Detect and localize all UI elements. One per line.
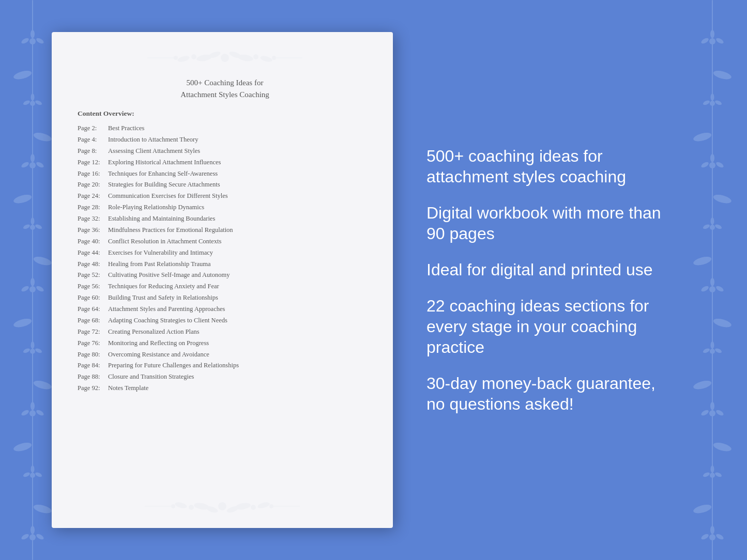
svg-point-109	[251, 505, 256, 510]
right-point-5: 30-day money-back guarantee, no question…	[426, 373, 675, 414]
svg-point-8	[31, 94, 35, 101]
table-of-contents-item: Page 44:Exercises for Vulnerability and …	[78, 247, 372, 259]
svg-point-3	[35, 37, 44, 45]
svg-point-61	[711, 217, 714, 225]
svg-point-74	[710, 473, 715, 478]
table-of-contents-item: Page 92:Notes Template	[78, 383, 372, 394]
svg-point-33	[29, 534, 36, 540]
table-of-contents-item: Page 4:Introduction to Attachment Theory	[78, 134, 372, 146]
svg-point-86	[712, 317, 732, 329]
svg-point-22	[23, 348, 31, 354]
toc-page-number: Page 92:	[78, 383, 106, 394]
toc-page-number: Page 60:	[78, 292, 106, 304]
toc-item-text: Building Trust and Safety in Relationshi…	[108, 292, 218, 304]
svg-point-81	[710, 526, 714, 534]
table-of-contents-item: Page 88:Closure and Transition Strategie…	[78, 371, 372, 383]
svg-point-78	[709, 534, 715, 540]
toc-item-text: Conflict Resolution in Attachment Contex…	[108, 236, 221, 247]
toc-item-text: Assessing Client Attachment Styles	[108, 146, 200, 157]
svg-point-66	[710, 349, 715, 354]
svg-point-5	[30, 101, 35, 106]
toc-item-text: Exercises for Vulnerability and Intimacy	[108, 247, 213, 259]
toc-page-number: Page 32:	[78, 213, 106, 225]
toc-page-number: Page 72:	[78, 326, 106, 338]
svg-point-67	[703, 348, 711, 354]
svg-point-21	[30, 349, 35, 354]
svg-point-12	[31, 154, 35, 162]
toc-item-text: Overcoming Resistance and Avoidance	[108, 349, 209, 361]
svg-point-17	[29, 286, 36, 292]
toc-item-text: Strategies for Building Secure Attachmen…	[108, 179, 220, 191]
toc-item-text: Introduction to Attachment Theory	[108, 134, 198, 146]
toc-page-number: Page 64:	[78, 304, 106, 315]
table-of-contents-item: Page 68:Adapting Coaching Strategies to …	[78, 315, 372, 326]
svg-point-70	[709, 410, 715, 416]
toc-page-number: Page 28:	[78, 202, 106, 213]
svg-point-83	[692, 131, 712, 143]
right-point-4: 22 coaching ideas sections for every sta…	[426, 295, 675, 357]
svg-point-19	[35, 285, 44, 293]
svg-point-23	[35, 348, 43, 354]
svg-point-87	[692, 379, 712, 391]
svg-point-55	[700, 161, 710, 169]
svg-point-39	[12, 193, 32, 205]
right-point-2: Digital workbook with more than 90 pages	[426, 203, 675, 244]
svg-point-40	[33, 255, 52, 267]
svg-point-27	[35, 409, 44, 417]
table-of-contents-item: Page 16:Techniques for Enhancing Self-Aw…	[78, 168, 372, 180]
svg-point-58	[710, 225, 715, 230]
right-panel: 500+ coaching ideas for attachment style…	[426, 146, 675, 414]
svg-point-59	[703, 224, 711, 230]
toc-item-text: Monitoring and Reflecting on Progress	[108, 338, 209, 349]
svg-point-51	[703, 100, 711, 106]
svg-point-95	[191, 54, 196, 59]
toc-page-number: Page 84:	[78, 360, 106, 371]
svg-point-103	[218, 502, 226, 510]
table-of-contents-item: Page 64:Attachment Styles and Parenting …	[78, 304, 372, 315]
right-point-1: 500+ coaching ideas for attachment style…	[426, 146, 675, 187]
document-panel: 500+ Coaching Ideas for Attachment Style…	[52, 32, 393, 528]
toc-item-text: Best Practices	[108, 123, 144, 134]
toc-page-number: Page 8:	[78, 146, 106, 157]
svg-point-53	[711, 94, 714, 101]
svg-point-63	[700, 285, 710, 293]
svg-point-96	[253, 54, 258, 59]
toc-page-number: Page 76:	[78, 338, 106, 349]
toc-item-text: Establishing and Maintaining Boundaries	[108, 213, 215, 225]
toc-item-text: Cultivating Positive Self-Image and Auto…	[108, 270, 230, 281]
table-of-contents-item: Page 40:Conflict Resolution in Attachmen…	[78, 236, 372, 247]
table-of-contents-item: Page 76:Monitoring and Reflecting on Pro…	[78, 338, 372, 349]
svg-point-29	[30, 473, 35, 478]
table-of-contents-item: Page 84:Preparing for Future Challenges …	[78, 360, 372, 371]
toc-page-number: Page 44:	[78, 247, 106, 259]
svg-point-32	[31, 465, 35, 473]
table-of-contents-item: Page 48:Healing from Past Relationship T…	[78, 259, 372, 270]
svg-point-16	[31, 217, 35, 225]
floral-right-border	[680, 0, 747, 560]
svg-point-44	[33, 503, 52, 515]
toc-page-number: Page 24:	[78, 191, 106, 202]
table-of-contents-item: Page 24:Communication Exercises for Diff…	[78, 191, 372, 202]
toc-item-text: Closure and Transition Strategies	[108, 371, 194, 383]
svg-point-108	[189, 505, 194, 510]
toc-item-text: Creating Personalized Action Plans	[108, 326, 200, 338]
svg-point-26	[21, 409, 30, 417]
svg-point-28	[31, 402, 35, 410]
svg-point-41	[12, 317, 32, 329]
svg-point-10	[21, 161, 30, 169]
svg-point-73	[710, 402, 714, 410]
svg-point-20	[31, 278, 35, 286]
toc-item-text: Techniques for Reducing Anxiety and Fear	[108, 281, 219, 292]
toc-item-text: Exploring Historical Attachment Influenc…	[108, 157, 221, 168]
svg-point-88	[712, 441, 732, 453]
svg-point-14	[23, 224, 31, 230]
svg-point-37	[12, 69, 32, 81]
toc-item-text: Notes Template	[108, 383, 148, 394]
svg-point-24	[31, 341, 35, 349]
table-of-contents-item: Page 80:Overcoming Resistance and Avoida…	[78, 349, 372, 361]
svg-point-57	[710, 154, 714, 162]
svg-point-11	[35, 161, 44, 169]
svg-point-69	[711, 341, 714, 349]
toc-item-text: Communication Exercises for Different St…	[108, 191, 228, 202]
toc-item-text: Adapting Coaching Strategies to Client N…	[108, 315, 227, 326]
